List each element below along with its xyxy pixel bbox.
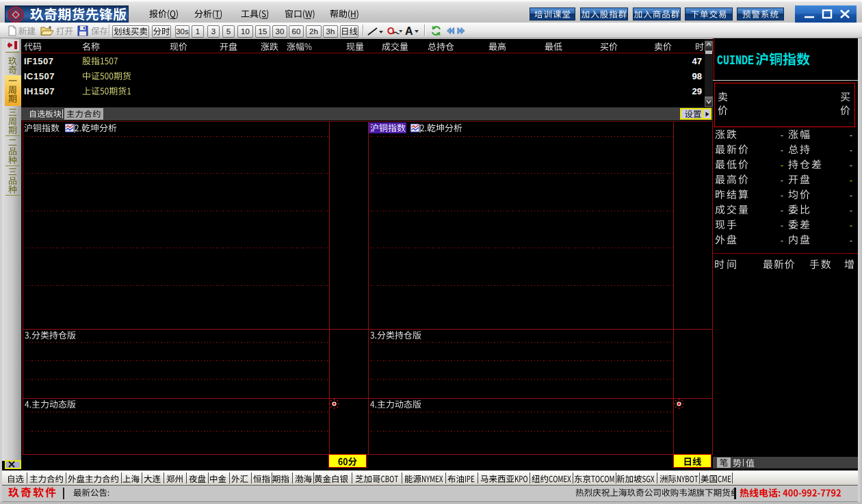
svg-text:A: A [405,25,413,37]
